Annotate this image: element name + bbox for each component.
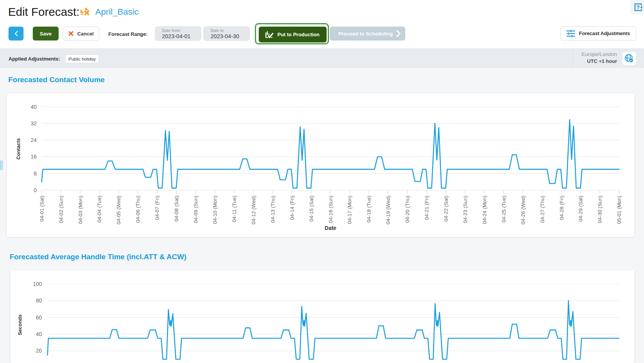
svg-text:04-19 (Wed): 04-19 (Wed) bbox=[385, 196, 391, 225]
svg-text:04-22 (Sat): 04-22 (Sat) bbox=[443, 196, 449, 222]
svg-text:04-01 (Sat): 04-01 (Sat) bbox=[39, 196, 44, 222]
svg-text:04-30 (Sun): 04-30 (Sun) bbox=[597, 196, 603, 223]
svg-text:04-16 (Sun): 04-16 (Sun) bbox=[327, 196, 333, 223]
svg-text:04-25 (Tue): 04-25 (Tue) bbox=[501, 196, 506, 223]
svg-text:04-09 (Sun): 04-09 (Sun) bbox=[193, 196, 199, 223]
svg-text:04-10 (Mon): 04-10 (Mon) bbox=[212, 196, 218, 224]
svg-text:100: 100 bbox=[33, 281, 42, 287]
svg-text:04-02 (Sun): 04-02 (Sun) bbox=[58, 196, 64, 223]
svg-text:60: 60 bbox=[36, 314, 42, 321]
svg-text:80: 80 bbox=[36, 297, 42, 304]
svg-text:04-04 (Tue): 04-04 (Tue) bbox=[96, 196, 102, 223]
svg-text:20: 20 bbox=[36, 348, 42, 354]
svg-text:04-05 (Wed): 04-05 (Wed) bbox=[116, 196, 121, 225]
svg-text:04-12 (Wed): 04-12 (Wed) bbox=[250, 196, 256, 225]
svg-text:04-15 (Sat): 04-15 (Sat) bbox=[308, 196, 314, 222]
svg-text:04-26 (Wed): 04-26 (Wed) bbox=[520, 196, 526, 225]
svg-text:04-14 (Fri): 04-14 (Fri) bbox=[289, 196, 295, 220]
svg-text:40: 40 bbox=[36, 331, 42, 337]
svg-text:04-28 (Fri): 04-28 (Fri) bbox=[558, 196, 564, 220]
svg-text:40: 40 bbox=[30, 104, 37, 110]
svg-text:Seconds: Seconds bbox=[17, 314, 23, 335]
svg-text:Date: Date bbox=[324, 225, 336, 231]
svg-text:04-17 (Mon): 04-17 (Mon) bbox=[347, 196, 352, 224]
svg-text:04-21 (Fri): 04-21 (Fri) bbox=[424, 196, 430, 220]
svg-text:8: 8 bbox=[34, 171, 37, 177]
svg-text:04-27 (Thu): 04-27 (Thu) bbox=[539, 196, 545, 223]
svg-text:04-06 (Thu): 04-06 (Thu) bbox=[135, 196, 141, 223]
svg-text:04-24 (Mon): 04-24 (Mon) bbox=[481, 196, 487, 224]
svg-text:04-13 (Thu): 04-13 (Thu) bbox=[270, 196, 275, 223]
svg-text:16: 16 bbox=[30, 154, 37, 160]
svg-text:04-18 (Tue): 04-18 (Tue) bbox=[366, 196, 372, 223]
svg-text:24: 24 bbox=[30, 137, 37, 143]
svg-text:05-01 (Mon): 05-01 (Mon) bbox=[616, 196, 622, 224]
svg-text:04-03 (Mon): 04-03 (Mon) bbox=[77, 196, 83, 224]
svg-text:?: ? bbox=[636, 4, 640, 10]
svg-text:0: 0 bbox=[34, 187, 37, 193]
svg-text:04-08 (Sat): 04-08 (Sat) bbox=[174, 196, 179, 222]
svg-text:04-23 (Sun): 04-23 (Sun) bbox=[462, 196, 468, 223]
svg-text:32: 32 bbox=[30, 120, 37, 127]
svg-text:04-29 (Sat): 04-29 (Sat) bbox=[578, 196, 583, 222]
svg-text:04-20 (Thu): 04-20 (Thu) bbox=[405, 196, 410, 223]
svg-text:04-07 (Fri): 04-07 (Fri) bbox=[154, 196, 160, 220]
svg-text:Contacts: Contacts bbox=[15, 138, 21, 160]
svg-text:04-11 (Tue): 04-11 (Tue) bbox=[231, 196, 237, 222]
